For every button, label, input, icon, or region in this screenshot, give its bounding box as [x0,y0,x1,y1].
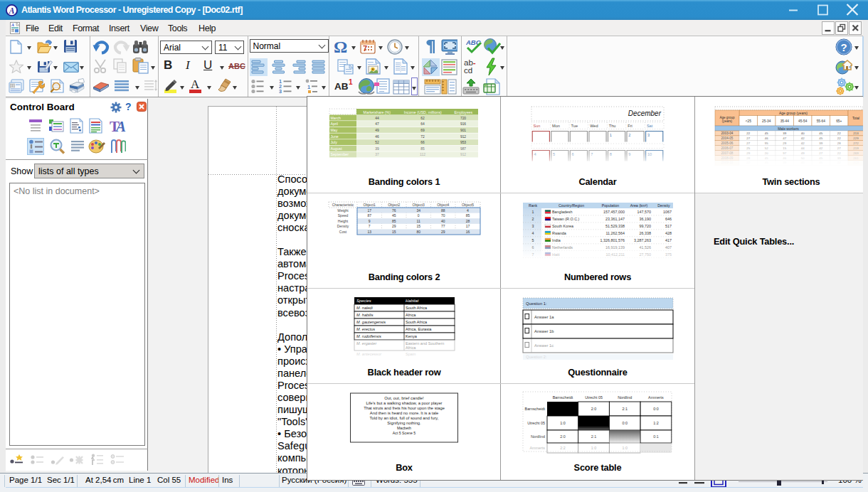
svg-text:76: 76 [392,208,396,213]
svg-text:M. habilis: M. habilis [356,313,374,317]
svg-text:40: 40 [441,219,445,223]
svg-text:Question 1:: Question 1: [526,301,547,306]
svg-text:46: 46 [783,156,786,160]
svg-text:55-64: 55-64 [817,119,826,123]
svg-text:March: March [331,116,342,120]
svg-text:1: 1 [610,133,612,137]
svg-text:45-54: 45-54 [798,119,808,123]
svg-text:7: 7 [363,44,367,53]
svg-text:South Korea: South Korea [552,224,573,228]
svg-text:4: 4 [532,231,534,235]
svg-text:<25: <25 [746,119,751,123]
svg-text:25: 25 [837,166,841,169]
svg-text:Object4: Object4 [437,203,449,207]
svg-text:(years): (years) [722,119,733,123]
svg-text:17: 17 [367,208,371,213]
svg-text:40: 40 [801,132,805,135]
svg-text:25: 25 [746,146,750,150]
svg-text:August: August [331,146,343,151]
svg-text:2009-10: 2009-10 [721,161,734,164]
svg-text:Act 5 Scene 5: Act 5 Scene 5 [393,431,416,435]
svg-text:Object1: Object1 [364,203,376,207]
svg-text:45: 45 [819,137,822,140]
svg-text:2: 2 [628,133,630,137]
svg-text:27: 27 [746,141,750,145]
svg-text:1:2: 1:2 [653,421,659,425]
svg-text:13: 13 [367,230,371,234]
svg-text:Spain: Spain [406,352,416,356]
svg-text:Area (km²): Area (km²) [630,203,648,208]
svg-text:Age group (years): Age group (years) [779,111,808,115]
svg-text:27,750: 27,750 [640,252,652,257]
svg-text:Density: Density [657,203,670,208]
svg-text:2005-06: 2005-06 [721,141,734,145]
svg-text:20: 20 [765,151,768,155]
svg-text:428: 428 [665,231,672,235]
svg-text:213: 213 [853,132,859,135]
svg-text:Utrecht 05: Utrecht 05 [527,421,545,425]
svg-text:70: 70 [441,213,445,218]
svg-text:9: 9 [369,219,371,223]
svg-text:29: 29 [746,151,750,155]
svg-text:212: 212 [853,166,859,169]
svg-text:Tue: Tue [571,124,578,128]
svg-text:December: December [628,109,662,117]
svg-text:1:0: 1:0 [560,421,566,425]
svg-text:34: 34 [416,208,420,213]
svg-text:39: 39 [783,161,786,164]
svg-text:51,529,338: 51,529,338 [605,224,625,228]
svg-text:Rank: Rank [529,203,538,208]
svg-text:3: 3 [647,133,650,137]
svg-text:517: 517 [665,224,672,228]
svg-text:3,287,263: 3,287,263 [634,238,651,242]
svg-text:42: 42 [801,137,805,140]
svg-text:47: 47 [375,122,379,126]
svg-text:39: 39 [375,147,379,151]
svg-text:99,720: 99,720 [640,224,652,228]
svg-text:A: A [9,6,15,15]
svg-text:Told by an idiot, full of soun: Told by an idiot, full of sound and fury… [370,416,439,420]
svg-text:37: 37 [375,153,379,156]
svg-text:261: 261 [853,156,859,160]
svg-text:80: 80 [416,230,420,234]
svg-text:2:1: 2:1 [622,407,628,411]
svg-text:April: April [331,122,338,126]
svg-text:5: 5 [532,238,534,242]
svg-text:Wed: Wed [590,124,598,128]
svg-text:15: 15 [783,146,786,150]
svg-text:26,338: 26,338 [640,231,652,235]
svg-text:3: 3 [532,224,534,228]
svg-text:87: 87 [367,213,371,218]
svg-text:M. gautengensis: M. gautengensis [356,320,386,324]
svg-text:15: 15 [392,230,396,234]
svg-text:Netherlands: Netherlands [552,245,573,250]
svg-text:And then is heard no more. It: And then is heard no more. It is a tale [370,411,438,415]
svg-text:0:1: 0:1 [653,434,659,439]
svg-text:South Africa: South Africa [406,320,428,324]
svg-text:South Africa: South Africa [406,306,428,310]
svg-text:28: 28 [466,219,470,223]
svg-text:A: A [11,23,14,27]
svg-text:Male workers: Male workers [778,127,799,131]
svg-text:Income (USD, millions): Income (USD, millions) [404,110,442,114]
svg-text:219: 219 [853,146,859,150]
svg-text:47: 47 [783,137,786,140]
svg-text:912: 912 [460,135,466,139]
svg-text:39: 39 [819,141,822,145]
svg-text:52: 52 [375,141,379,144]
svg-text:147,570: 147,570 [637,210,652,214]
svg-text:0:0: 0:0 [622,421,628,425]
svg-text:45: 45 [392,213,396,218]
svg-text:Answer 1c: Answer 1c [534,343,554,348]
svg-text:Africa, Eurasia: Africa, Eurasia [406,327,432,331]
svg-text:Object5: Object5 [462,203,474,207]
svg-text:M. antecessor: M. antecessor [356,352,382,356]
svg-text:45: 45 [819,156,822,160]
svg-text:Africa: Africa [406,346,416,350]
svg-text:Ammerts: Ammerts [529,446,545,450]
svg-text:29: 29 [392,224,396,228]
svg-text:Cost: Cost [339,230,347,234]
svg-text:1:0: 1:0 [591,446,597,450]
svg-text:157,457,000: 157,457,000 [603,210,625,214]
svg-text:2010-11: 2010-11 [721,166,734,169]
